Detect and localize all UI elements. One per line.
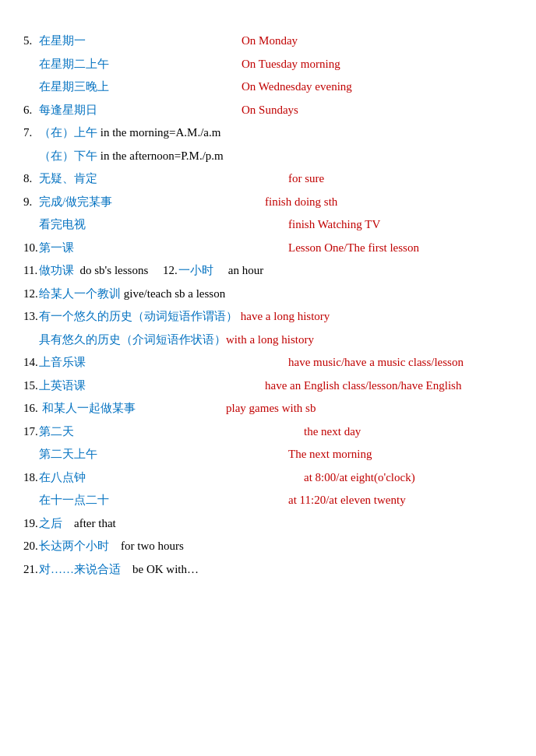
zh-15: 上英语课 [39, 376, 86, 396]
en-21: be OK with… [121, 560, 199, 580]
item-5-sub1: 在星期二上午 On Tuesday morning [39, 55, 513, 75]
zh-5-sub1: 在星期二上午 [39, 55, 109, 75]
item-19: 19. 之后 after that [23, 514, 513, 534]
zh-12-inline: 一小时 [178, 261, 213, 281]
zh-13-sub1: 具有悠久的历史（介词短语作状语） [39, 330, 226, 350]
zh-12: 给某人一个教训 [39, 284, 121, 304]
zh-9-sub1: 看完电视 [39, 215, 86, 235]
num-18: 18. [23, 468, 39, 488]
en-5-sub1: On Tuesday morning [242, 58, 340, 70]
item-8: 8. 无疑、肯定 for sure [23, 169, 513, 189]
item-20: 20. 长达两个小时 for two hours [23, 536, 513, 557]
item-9: 9. 完成/做完某事 finish doing sth [23, 192, 513, 213]
num-10: 10. [23, 238, 39, 258]
en-13-sub1: with a long history [226, 330, 314, 350]
item-7-sub: （在）下午 in the afternoon=P.M./p.m [23, 146, 513, 167]
zh-10: 第一课 [39, 238, 74, 258]
en-17-sub1: The next morning [288, 448, 372, 460]
num-17: 17. [23, 422, 39, 442]
content: 5. 在星期一 On Monday 在星期二上午 On Tuesday morn… [23, 31, 513, 579]
en-14: have music/have a music class/lesson [288, 356, 464, 368]
en-12: give/teach sb a lesson [121, 284, 225, 304]
en-7a: in the morning=A.M./a.m [97, 123, 220, 143]
zh-18-sub1: 在十一点二十 [39, 491, 109, 511]
zh-18: 在八点钟 [39, 468, 86, 488]
num-15: 15. [23, 376, 39, 396]
item-15: 15. 上英语课 have an English class/lesson/ha… [23, 376, 513, 396]
item-18: 18. 在八点钟 at 8:00/at eight(o'clock) [23, 468, 513, 488]
en-8: for sure [288, 172, 324, 185]
item-18-sub1: 在十一点二十 at 11:20/at eleven twenty [39, 491, 513, 511]
num-19: 19. [23, 514, 39, 534]
en-10: Lesson One/The first lesson [288, 241, 419, 254]
en-6: On Sundays [242, 104, 298, 116]
num-16: 16. [23, 399, 39, 419]
zh-13: 有一个悠久的历史（动词短语作谓语） [39, 307, 238, 327]
en-19: after that [62, 514, 116, 534]
zh-8: 无疑、肯定 [39, 169, 97, 189]
num-6: 6. [23, 100, 39, 121]
zh-11: 做功课 [39, 261, 74, 281]
num-7: 7. [23, 123, 39, 143]
zh-14: 上音乐课 [39, 353, 86, 373]
en-5-sub2: On Wednesday evening [242, 80, 352, 93]
en-13: have a long history [238, 307, 330, 327]
en-17: the next day [304, 425, 361, 438]
item-17-sub1: 第二天上午 The next morning [39, 445, 513, 465]
en-11: do sb's lessons [74, 261, 163, 281]
en-5: On Monday [242, 34, 298, 47]
zh-9: 完成/做完某事 [39, 192, 112, 213]
en-20: for two hours [109, 536, 184, 557]
zh-19: 之后 [39, 514, 62, 534]
zh-21: 对……来说合适 [39, 560, 121, 580]
item-5-sub2: 在星期三晚上 On Wednesday evening [39, 77, 513, 97]
zh-5-sub2: 在星期三晚上 [39, 77, 109, 97]
zh-17-sub1: 第二天上午 [39, 445, 97, 465]
item-5: 5. 在星期一 On Monday [23, 31, 513, 51]
num-13: 13. [23, 307, 39, 327]
en-16: play games with sb [226, 402, 316, 414]
item-10: 10. 第一课 Lesson One/The first lesson [23, 238, 513, 258]
item-7: 7. （在）上午 in the morning=A.M./a.m [23, 123, 513, 143]
en-7b: in the afternoon=P.M./p.m [97, 146, 224, 167]
num-8: 8. [23, 169, 39, 189]
num-20: 20. [23, 536, 39, 557]
en-12-inline: an hour [213, 261, 263, 281]
num-12-inline: 12. [163, 261, 178, 281]
en-18: at 8:00/at eight(o'clock) [304, 471, 415, 483]
num-11: 11. [23, 261, 39, 281]
item-14: 14. 上音乐课 have music/have a music class/l… [23, 353, 513, 373]
item-13-sub1: 具有悠久的历史（介词短语作状语） with a long history [39, 330, 513, 350]
item-21: 21. 对……来说合适 be OK with… [23, 560, 513, 580]
item-13: 13. 有一个悠久的历史（动词短语作谓语） have a long histor… [23, 307, 513, 327]
en-18-sub1: at 11:20/at eleven twenty [288, 494, 406, 506]
num-21: 21. [23, 560, 39, 580]
zh-16: 和某人一起做某事 [39, 399, 136, 419]
item-6: 6. 每逢星期日 On Sundays [23, 100, 513, 121]
en-9-sub1: finish Watching TV [288, 218, 380, 230]
item-17: 17. 第二天 the next day [23, 422, 513, 442]
zh-6: 每逢星期日 [39, 100, 97, 121]
item-11: 11. 做功课 do sb's lessons 12. 一小时 an hour [23, 261, 513, 281]
num-9: 9. [23, 192, 39, 213]
en-15: have an English class/lesson/have Englis… [265, 379, 461, 392]
num-5: 5. [23, 31, 39, 51]
num-14: 14. [23, 353, 39, 373]
item-16: 16. 和某人一起做某事 play games with sb [23, 399, 513, 419]
item-9-sub1: 看完电视 finish Watching TV [39, 215, 513, 235]
num-12: 12. [23, 284, 39, 304]
zh-17: 第二天 [39, 422, 74, 442]
item-12: 12. 给某人一个教训 give/teach sb a lesson [23, 284, 513, 304]
en-9: finish doing sth [265, 195, 337, 208]
zh-7b: （在）下午 [39, 146, 97, 167]
zh-7a: （在）上午 [39, 123, 97, 143]
zh-5: 在星期一 [39, 31, 86, 51]
zh-20: 长达两个小时 [39, 536, 109, 557]
